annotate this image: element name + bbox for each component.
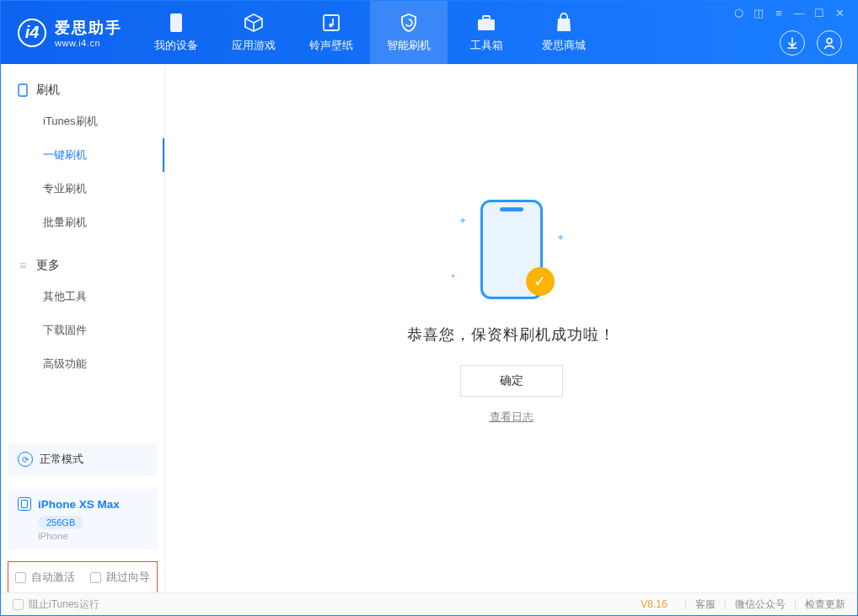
tab-my-device[interactable]: 我的设备 [137,1,215,64]
success-illustration: ✦ ✦ • ✓ [457,200,566,301]
footer: 阻止iTunes运行 V8.16 | 客服 | 微信公众号 | 检查更新 [1,592,857,615]
device-card[interactable]: iPhone XS Max 256GB iPhone [8,489,158,549]
svg-rect-4 [483,16,490,19]
app-window: i4 爱思助手 www.i4.cn 我的设备 应用游戏 铃声壁纸 智能刷机 [0,0,858,616]
user-button[interactable] [817,30,842,56]
tab-label: 我的设备 [154,39,198,53]
sidebar-group-flash: 刷机 [1,76,164,104]
tab-label: 应用游戏 [232,39,276,53]
checkbox-label: 跳过向导 [106,570,150,585]
group-title: 更多 [36,258,60,273]
checkbox-skip-guide[interactable]: 跳过向导 [90,570,150,585]
mode-card[interactable]: ⟳ 正常模式 [8,443,158,475]
checkbox-auto-activate[interactable]: 自动激活 [15,570,75,585]
tab-store[interactable]: 爱思商城 [525,1,603,64]
sidebar: 刷机 iTunes刷机 一键刷机 专业刷机 批量刷机 ≡ 更多 其他工具 下载固… [1,64,165,594]
separator: | [724,598,727,610]
sidebar-item-itunes-flash[interactable]: iTunes刷机 [1,104,164,138]
checkbox-highlight-row: 自动激活 跳过向导 [8,561,158,594]
music-icon [320,12,342,34]
footer-link-support[interactable]: 客服 [695,597,716,612]
cube-icon [243,12,265,34]
minimize-button[interactable]: — [790,4,808,21]
success-message: 恭喜您，保资料刷机成功啦！ [407,324,615,345]
checkbox-label: 阻止iTunes运行 [29,597,99,612]
body: 刷机 iTunes刷机 一键刷机 专业刷机 批量刷机 ≡ 更多 其他工具 下载固… [1,64,857,594]
device-icon [165,12,187,34]
svg-point-5 [827,39,832,44]
device-name: iPhone XS Max [38,498,120,511]
checkbox-icon [13,599,24,610]
tab-label: 工具箱 [470,39,503,53]
checkbox-label: 自动激活 [31,570,75,585]
main-content: ✦ ✦ • ✓ 恭喜您，保资料刷机成功啦！ 确定 查看日志 [165,64,857,594]
footer-right: V8.16 | 客服 | 微信公众号 | 检查更新 [641,597,845,612]
maximize-button[interactable]: ☐ [810,4,829,21]
tab-ringtones[interactable]: 铃声壁纸 [292,1,370,64]
checkbox-icon [90,572,101,583]
version-label: V8.16 [641,598,667,610]
sidebar-item-batch-flash[interactable]: 批量刷机 [1,206,164,239]
list-icon: ≡ [16,259,29,272]
sidebar-group-more: ≡ 更多 [1,251,164,280]
app-logo-text: 爱思助手 www.i4.cn [55,18,122,48]
sidebar-item-other-tools[interactable]: 其他工具 [1,280,164,313]
view-log-link[interactable]: 查看日志 [490,410,534,425]
device-icon [18,497,31,511]
phone-icon [16,83,29,97]
svg-rect-0 [170,13,182,32]
svg-rect-1 [324,15,339,30]
bag-icon [553,12,575,34]
separator: | [794,598,796,610]
tab-label: 爱思商城 [542,39,586,53]
group-title: 刷机 [36,83,60,98]
app-logo-icon: i4 [18,19,46,47]
app-name: 爱思助手 [55,18,122,38]
nav-tabs: 我的设备 应用游戏 铃声壁纸 智能刷机 工具箱 爱思商城 [137,1,603,64]
shield-icon [398,12,420,34]
header-right [780,30,842,56]
svg-rect-3 [478,19,495,30]
device-type: iPhone [38,531,147,541]
download-button[interactable] [780,30,805,56]
checkbox-icon [15,572,26,583]
tab-label: 铃声壁纸 [309,39,353,53]
app-url: www.i4.cn [55,38,122,48]
svg-point-2 [329,24,332,27]
footer-link-update[interactable]: 检查更新 [805,597,845,612]
header: i4 爱思助手 www.i4.cn 我的设备 应用游戏 铃声壁纸 智能刷机 [1,1,857,64]
titlebar-controls: ⬡ ◫ ≡ — ☐ ✕ [729,1,857,21]
sparkle-icon: • [452,271,455,282]
mode-icon: ⟳ [18,452,33,467]
sparkle-icon: ✦ [458,215,467,227]
tab-apps-games[interactable]: 应用游戏 [215,1,292,64]
mode-label: 正常模式 [40,452,83,467]
sparkle-icon: ✦ [556,232,565,244]
sidebar-item-advanced[interactable]: 高级功能 [1,347,164,381]
sidebar-item-download-firmware[interactable]: 下载固件 [1,313,164,347]
checkbox-block-itunes[interactable]: 阻止iTunes运行 [13,597,99,612]
close-button[interactable]: ✕ [830,4,849,21]
tab-label: 智能刷机 [387,39,431,53]
menu-icon[interactable]: ≡ [770,4,788,21]
ok-button[interactable]: 确定 [460,365,563,397]
footer-link-wechat[interactable]: 微信公众号 [735,597,786,612]
tab-toolbox[interactable]: 工具箱 [448,1,525,64]
tab-smart-flash[interactable]: 智能刷机 [370,1,448,64]
sidebar-scroll: 刷机 iTunes刷机 一键刷机 专业刷机 批量刷机 ≡ 更多 其他工具 下载固… [1,64,164,437]
svg-rect-6 [19,84,27,96]
sidebar-item-oneclick-flash[interactable]: 一键刷机 [1,138,164,172]
logo: i4 爱思助手 www.i4.cn [1,1,137,64]
storage-badge: 256GB [38,516,83,529]
tshirt-icon[interactable]: ⬡ [729,4,748,21]
lock-icon[interactable]: ◫ [749,4,768,21]
check-badge-icon: ✓ [526,267,555,296]
toolbox-icon [475,12,497,34]
separator: | [684,598,687,610]
sidebar-item-pro-flash[interactable]: 专业刷机 [1,172,164,206]
